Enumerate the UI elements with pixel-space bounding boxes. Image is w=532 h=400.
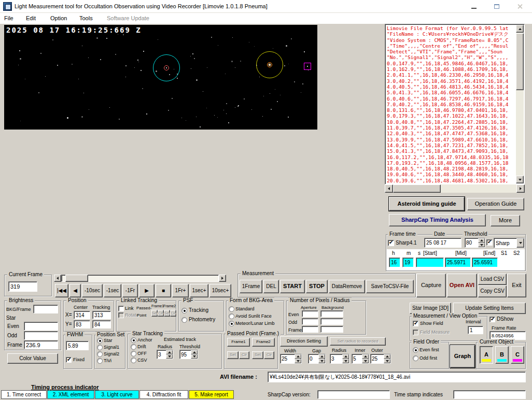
odd-aperture-field[interactable] [302, 318, 318, 325]
odd-brightness-field[interactable] [24, 331, 58, 340]
tab-time-correct[interactable]: 1. Time correct [1, 390, 47, 399]
plus-10sec-button[interactable]: 10sec+ [209, 284, 231, 297]
chevron-down-icon[interactable] [516, 238, 524, 248]
scroll-down-icon[interactable] [516, 176, 524, 183]
x-center-field[interactable]: 314 [74, 311, 90, 319]
link-set2-button[interactable]: Set [164, 310, 170, 317]
link-clr1-button[interactable]: Clr [158, 310, 164, 317]
del-button[interactable]: DEL [263, 280, 279, 293]
sharpcap-timing-analysis-button[interactable]: SharpCap Timing Analysis [389, 214, 486, 226]
x-tracking-field[interactable]: 313 [92, 311, 111, 319]
passed-frame1-button[interactable]: Frame1 [227, 338, 250, 347]
link-set1-button[interactable]: Set [151, 310, 158, 317]
photometry-radio[interactable] [181, 317, 187, 323]
current-frame-field[interactable]: 319 [8, 281, 37, 292]
capture-button[interactable]: Capture [416, 274, 446, 297]
even-first-radio[interactable] [413, 347, 418, 353]
data-remove-button[interactable]: DataRemove [329, 280, 365, 293]
scroll-up-icon[interactable] [516, 25, 524, 33]
copy-csv-button[interactable]: Copy CSV [478, 285, 507, 297]
spin-down-icon[interactable] [166, 354, 173, 359]
dshow-checkbox[interactable] [489, 317, 495, 322]
spin-up-icon[interactable] [166, 350, 173, 354]
maximize-button[interactable] [487, 2, 506, 11]
signal1-radio[interactable] [97, 345, 103, 350]
link-checkbox[interactable] [118, 306, 124, 311]
frame-brightness-field[interactable]: 236.9 [24, 340, 58, 349]
frame-aperture-field[interactable] [302, 326, 318, 333]
stop-playback-button[interactable]: ■ [156, 284, 171, 297]
exit-button[interactable]: Exit [507, 274, 526, 297]
csv-file-panel[interactable]: Limovie File Format (for Ver.0.9.99.5 la… [385, 24, 525, 184]
bkg-frame-field[interactable] [33, 305, 58, 313]
minute-field[interactable]: 19 [402, 258, 414, 267]
step-back-button[interactable]: ◀ [69, 284, 81, 297]
link-clr2-button[interactable]: Clr [170, 310, 176, 317]
odd-background-field[interactable] [320, 318, 343, 325]
star-image-3d-button[interactable]: Star Image [3D] [410, 303, 451, 314]
passed-set2-button[interactable]: Set [252, 351, 263, 359]
spin-up-icon[interactable] [191, 350, 198, 354]
open-avi-button[interactable]: Open AVI [447, 274, 477, 297]
skip-to-start-button[interactable]: |◀◀ [55, 284, 68, 297]
spin-down-icon[interactable] [295, 359, 301, 364]
trackbar-thumb[interactable] [65, 275, 88, 282]
passed-clr2-button[interactable]: Clr [264, 351, 274, 359]
star-radio[interactable] [97, 338, 103, 344]
standard-radio[interactable] [229, 306, 234, 312]
direction-setting-button[interactable]: Direction Setting [280, 336, 328, 347]
outer-spinner[interactable]: 25 [370, 354, 391, 364]
off-radio[interactable] [131, 351, 136, 356]
plus-1sec-button[interactable]: 1sec+ [190, 284, 208, 297]
spin-down-icon[interactable] [478, 243, 485, 248]
interval-field[interactable]: 1 [468, 326, 483, 334]
frame-background-field[interactable] [320, 326, 343, 333]
tab-light-curve[interactable]: 3. Light curve [95, 390, 139, 399]
spin-down-icon[interactable] [362, 359, 369, 364]
sharp41-checkbox[interactable] [388, 240, 394, 246]
date-field[interactable]: 25 08 17 [424, 238, 461, 248]
tracking-radio[interactable] [181, 308, 187, 313]
inner-spinner[interactable]: 5 [352, 354, 369, 364]
csv-radio[interactable] [131, 358, 136, 363]
menu-option[interactable]: Option [50, 15, 67, 21]
sharpcap-version-field[interactable] [317, 390, 390, 399]
one-frame-button[interactable]: 1Frame [240, 280, 262, 293]
y-tracking-field[interactable]: 84 [92, 320, 111, 328]
drift-radio[interactable] [131, 344, 136, 350]
menu-tools[interactable]: Tools [79, 15, 93, 21]
tab-diffraction-fit[interactable]: 4. Diffraction fit [139, 390, 188, 399]
minus-1sec-button[interactable]: -1sec [104, 284, 121, 297]
menu-file[interactable]: File [4, 15, 13, 21]
anchor-radio[interactable] [131, 337, 136, 343]
sharp-checkbox[interactable] [486, 239, 493, 246]
end-second-field[interactable]: 25.6591 [472, 258, 498, 267]
operation-guide-button[interactable]: Operation Guide [467, 198, 524, 210]
minimize-button[interactable] [465, 2, 483, 11]
even-aperture-field[interactable] [302, 310, 318, 317]
start-second-field[interactable] [416, 258, 444, 267]
signal2-radio[interactable] [97, 351, 103, 357]
fwhm-field[interactable]: 5.89 [66, 341, 89, 350]
update-setting-items-button[interactable]: Update Setting Items [453, 303, 526, 314]
spin-down-icon[interactable] [318, 359, 325, 364]
st-threshold-spinner[interactable]: 95 [179, 350, 198, 359]
spin-down-icon[interactable] [191, 354, 198, 359]
gap-spinner[interactable]: 0 [308, 354, 326, 364]
width-spinner[interactable]: 25 [280, 354, 302, 364]
fixed-checkbox[interactable] [66, 357, 72, 363]
mid-second-field[interactable]: 25.5971 [445, 258, 471, 267]
load-csv-button[interactable]: Load CSV [478, 274, 507, 285]
stop-measure-button[interactable]: STOP [306, 280, 328, 293]
tivi-radio[interactable] [97, 358, 103, 364]
passed-set1-button[interactable]: Set [227, 351, 239, 359]
even-brightness-field[interactable] [24, 322, 58, 331]
st-radius-spinner[interactable]: 3 [157, 350, 173, 359]
rotate-checkbox[interactable] [118, 312, 124, 318]
plus-1frame-button[interactable]: 1Fr+ [172, 284, 189, 297]
minus-10sec-button[interactable]: -10sec [82, 284, 103, 297]
set-radius-button[interactable]: Set radius to recorded [330, 337, 386, 346]
asteroid-timing-guide-button[interactable]: Asteroid timing guide [389, 197, 465, 211]
spin-up-icon[interactable] [318, 354, 325, 359]
spin-up-icon[interactable] [384, 354, 390, 359]
